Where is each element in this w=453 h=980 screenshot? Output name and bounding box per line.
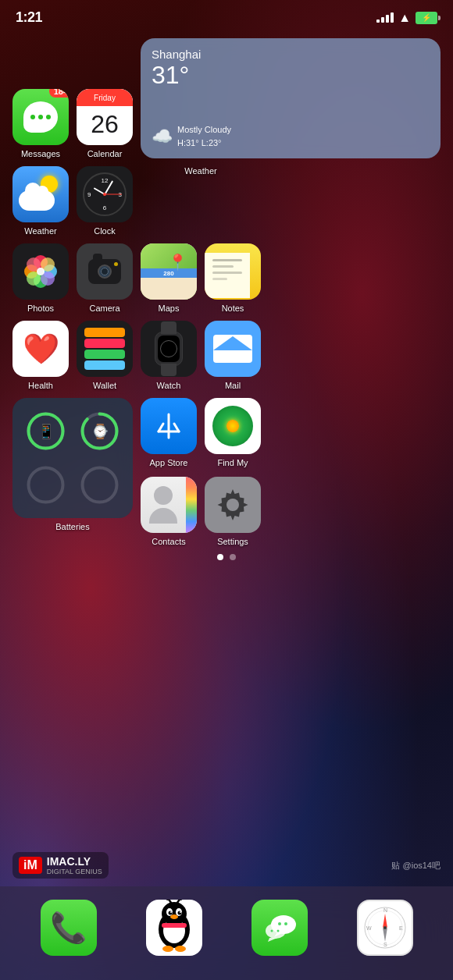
status-time: 1:21 — [16, 9, 42, 26]
app-wallet[interactable]: Wallet — [77, 321, 133, 390]
weather-temp: 31° — [152, 61, 430, 90]
batteries-label: Batteries — [55, 522, 89, 531]
svg-point-28 — [170, 911, 172, 913]
photos-icon — [12, 243, 69, 300]
app-calendar[interactable]: Friday 26 Calendar — [77, 89, 133, 158]
page-dot-1[interactable] — [217, 554, 223, 560]
im-badge: iM — [19, 857, 42, 874]
svg-text:S: S — [383, 942, 387, 947]
page-dots — [0, 554, 453, 560]
row1: 184 Messages Friday 26 Calendar Shanghai… — [12, 38, 441, 158]
watch-battery: ⌚ — [78, 410, 121, 453]
heart-icon: ❤️ — [23, 334, 59, 364]
weather-widget[interactable]: Shanghai 31° ☁️ Mostly Cloudy H:31° L:23… — [141, 38, 441, 158]
app-contacts[interactable]: Contacts — [141, 477, 197, 546]
cloud-icon: ☁️ — [152, 126, 173, 147]
contacts-label: Contacts — [152, 537, 185, 546]
imac-sub: DIGITAL GENIUS — [47, 868, 102, 875]
calendar-label: Calendar — [87, 149, 123, 158]
camera-label: Camera — [89, 304, 119, 313]
batteries-widget-container[interactable]: 📱 ⌚ — [12, 398, 133, 531]
svg-point-13 — [29, 468, 63, 502]
calendar-icon: Friday 26 — [77, 89, 133, 145]
svg-point-26 — [168, 911, 172, 914]
watermark: iM IMAC.LY DIGITAL GENIUS 贴 @ios14吧 — [0, 852, 453, 879]
maps-label: Maps — [159, 304, 180, 313]
svg-point-50 — [383, 926, 387, 929]
app-notes[interactable]: Notes — [205, 243, 261, 313]
calendar-date: 26 — [77, 110, 133, 139]
health-label: Health — [28, 381, 53, 390]
messages-label: Messages — [21, 149, 60, 158]
app-findmy[interactable]: Find My — [205, 398, 261, 467]
appstore-label: App Store — [150, 458, 188, 467]
wallet-icon — [77, 321, 133, 377]
settings-icon — [205, 477, 261, 533]
settings-label: Settings — [217, 537, 248, 546]
weather-app-label: Weather — [24, 226, 56, 236]
svg-point-29 — [180, 911, 181, 913]
svg-point-44 — [270, 929, 273, 932]
phone-handset-icon: 📞 — [50, 911, 87, 945]
app-health[interactable]: ❤️ Health — [12, 321, 69, 390]
app-maps[interactable]: 280 📍 Maps — [141, 243, 197, 313]
messages-icon: 184 — [12, 89, 69, 145]
row3: Photos Camera 280 📍 — [12, 243, 441, 313]
svg-point-45 — [276, 929, 279, 932]
empty-battery-1 — [24, 463, 67, 506]
status-icons: ▲ ⚡ — [376, 11, 437, 25]
wifi-icon: ▲ — [398, 11, 411, 25]
app-appstore[interactable]: App Store — [141, 398, 197, 467]
weather-city: Shanghai — [152, 48, 430, 61]
dock-wechat[interactable] — [251, 900, 308, 956]
weather-widget-label-item: Weather — [141, 166, 261, 236]
svg-point-42 — [278, 922, 281, 925]
wallet-label: Wallet — [93, 381, 116, 390]
dock-qq[interactable] — [146, 900, 202, 956]
weather-app-icon — [12, 166, 69, 222]
home-content: 184 Messages Friday 26 Calendar Shanghai… — [0, 38, 453, 546]
app-settings[interactable]: Settings — [205, 477, 261, 546]
app-messages[interactable]: 184 Messages — [12, 89, 69, 158]
svg-point-30 — [170, 914, 178, 919]
findmy-label: Find My — [217, 458, 248, 467]
findmy-icon — [205, 398, 261, 454]
app-photos[interactable]: Photos — [12, 243, 69, 313]
dock-safari[interactable]: N S W E — [357, 900, 413, 956]
weather-condition: Mostly Cloudy — [177, 123, 231, 137]
contacts-icon — [141, 477, 197, 533]
row6: Contacts Settings — [141, 477, 441, 546]
svg-text:E: E — [399, 925, 403, 931]
battery-icon: ⚡ — [416, 12, 437, 24]
svg-text:N: N — [383, 907, 387, 913]
mail-label: Mail — [225, 381, 241, 390]
row2: Weather 12 3 6 9 Clock Weather — [12, 166, 441, 236]
empty-battery-2 — [78, 463, 121, 506]
status-bar: 1:21 ▲ ⚡ — [0, 0, 453, 32]
appstore-icon — [141, 398, 197, 454]
batteries-widget: 📱 ⌚ — [12, 398, 133, 518]
wechat-icon — [251, 900, 308, 956]
app-weather[interactable]: Weather — [12, 166, 69, 236]
app-mail[interactable]: Mail — [205, 321, 261, 390]
notes-label: Notes — [222, 304, 244, 313]
safari-icon: N S W E — [357, 900, 413, 956]
imac-brand: IMAC.LY — [47, 855, 102, 868]
svg-rect-31 — [162, 923, 187, 928]
dock-phone[interactable]: 📞 — [41, 900, 97, 956]
page-dot-2[interactable] — [230, 554, 236, 560]
app-camera[interactable]: Camera — [77, 243, 133, 313]
watch-icon — [141, 321, 197, 377]
svg-point-33 — [175, 946, 186, 952]
phone-battery-icon: 📱 — [37, 423, 55, 440]
svg-text:W: W — [366, 925, 372, 931]
bolt-icon: ⚡ — [422, 13, 431, 22]
app-clock[interactable]: 12 3 6 9 Clock — [77, 166, 133, 236]
svg-point-43 — [284, 922, 287, 925]
qq-icon — [146, 900, 202, 956]
weather-widget-label: Weather — [184, 166, 216, 176]
watch-label: Watch — [157, 381, 181, 390]
signal-icon — [376, 12, 394, 23]
app-watch[interactable]: Watch — [141, 321, 197, 390]
photos-label: Photos — [27, 304, 54, 313]
